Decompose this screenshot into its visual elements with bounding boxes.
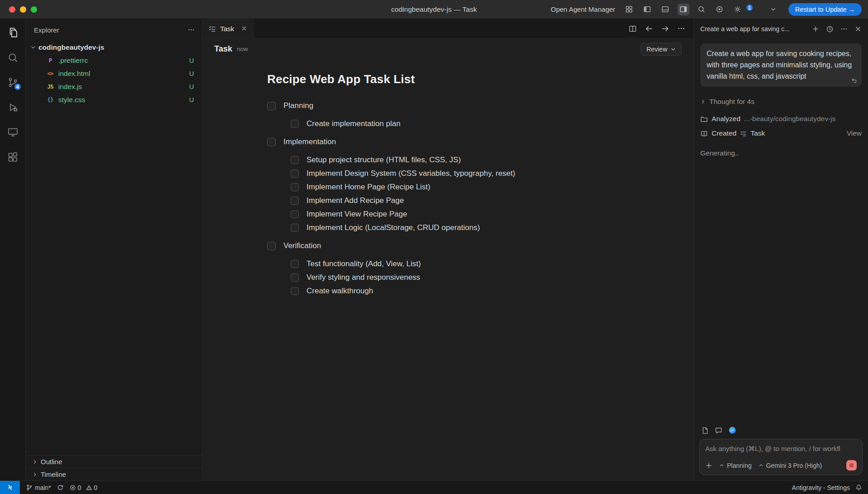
task-label: Verify styling and responsiveness bbox=[307, 273, 420, 282]
checkbox-icon[interactable] bbox=[291, 169, 299, 178]
task-item: Implement Logic (LocalStorage, CRUD oper… bbox=[291, 221, 629, 235]
agent-input[interactable] bbox=[705, 445, 857, 452]
checkbox-icon[interactable] bbox=[291, 210, 299, 218]
open-book-icon bbox=[700, 130, 708, 137]
add-context-icon[interactable] bbox=[705, 462, 712, 469]
model-selector[interactable]: Gemini 3 Pro (High) bbox=[759, 462, 822, 469]
git-branch-indicator[interactable]: main* bbox=[26, 484, 51, 491]
html-file-icon: <> bbox=[46, 70, 55, 77]
conversation-title[interactable]: Create a web app for saving c... bbox=[700, 25, 805, 33]
zoom-window-button[interactable] bbox=[31, 6, 37, 13]
split-editor-icon[interactable] bbox=[628, 24, 637, 33]
review-button[interactable]: Review bbox=[641, 43, 682, 56]
activity-bar: 4 bbox=[0, 19, 26, 480]
explorer-icon[interactable] bbox=[6, 26, 19, 39]
checkbox-icon[interactable] bbox=[267, 138, 276, 146]
more-actions-icon[interactable] bbox=[188, 26, 195, 33]
sidebar-title: Explorer bbox=[34, 26, 59, 34]
outline-section[interactable]: Outline bbox=[26, 455, 202, 468]
outline-label: Outline bbox=[41, 458, 62, 466]
task-item: Implement Add Recipe Page bbox=[291, 194, 629, 207]
new-conversation-icon[interactable] bbox=[812, 25, 819, 33]
remote-indicator[interactable] bbox=[0, 481, 20, 494]
model-label: Gemini 3 Pro (High) bbox=[766, 462, 822, 469]
problems-indicator[interactable]: 0 0 bbox=[70, 484, 100, 491]
thought-row[interactable]: Thought for 4s bbox=[700, 98, 862, 106]
close-icon[interactable] bbox=[241, 25, 247, 32]
mode-selector[interactable]: Planning bbox=[719, 462, 752, 469]
stop-icon bbox=[849, 463, 854, 467]
git-status-badge: U bbox=[189, 83, 194, 90]
close-icon[interactable] bbox=[854, 25, 862, 33]
task-item: Planning bbox=[267, 99, 629, 113]
gear-icon[interactable] bbox=[732, 4, 744, 15]
settings-status-label[interactable]: Antigravity - Settings bbox=[792, 484, 850, 491]
chevron-down-icon[interactable] bbox=[768, 4, 779, 15]
checkbox-icon[interactable] bbox=[291, 120, 299, 128]
task-item: Create implementation plan bbox=[291, 117, 629, 131]
timeline-section[interactable]: Timeline bbox=[26, 468, 202, 480]
file-row-index-html[interactable]: <> index.html U bbox=[26, 67, 202, 80]
checkbox-icon[interactable] bbox=[291, 287, 299, 295]
created-row[interactable]: Created Task View bbox=[700, 129, 862, 137]
checkbox-icon[interactable] bbox=[291, 260, 299, 268]
more-actions-icon[interactable] bbox=[840, 25, 848, 33]
comment-icon[interactable] bbox=[715, 427, 722, 434]
tab-label: Task bbox=[220, 25, 234, 33]
agent-grid-icon[interactable] bbox=[623, 4, 635, 15]
analyzed-row[interactable]: Analyzed ...-beauty/codingbeautydev-js bbox=[700, 115, 862, 123]
chevron-right-icon bbox=[32, 459, 38, 465]
root-folder-name: codingbeautydev-js bbox=[38, 43, 104, 52]
browser-icon[interactable] bbox=[714, 4, 726, 15]
task-label: Implement Logic (LocalStorage, CRUD oper… bbox=[307, 223, 480, 232]
layout-sidebar-left-icon[interactable] bbox=[642, 4, 653, 15]
task-label: Implement Design System (CSS variables, … bbox=[307, 169, 515, 178]
search-icon[interactable] bbox=[696, 4, 708, 15]
created-label: Created bbox=[712, 129, 736, 137]
navigate-back-icon[interactable] bbox=[645, 24, 653, 33]
task-label: Verification bbox=[283, 241, 321, 250]
root-folder-row[interactable]: codingbeautydev-js bbox=[26, 41, 202, 54]
extensions-icon[interactable] bbox=[6, 151, 19, 164]
stop-button[interactable] bbox=[846, 460, 857, 470]
task-label: Create implementation plan bbox=[307, 119, 401, 128]
user-avatar[interactable]: 1 bbox=[750, 4, 761, 15]
view-link[interactable]: View bbox=[847, 129, 862, 137]
file-row-prettierrc[interactable]: P .prettierrc U bbox=[26, 54, 202, 67]
history-icon[interactable] bbox=[826, 25, 834, 33]
more-actions-icon[interactable] bbox=[677, 24, 685, 33]
file-icon[interactable] bbox=[701, 427, 709, 434]
checkbox-icon[interactable] bbox=[291, 273, 299, 282]
agent-panel-header: Create a web app for saving c... bbox=[694, 19, 868, 39]
search-icon[interactable] bbox=[6, 51, 19, 64]
agent-logo-icon[interactable] bbox=[728, 426, 736, 434]
task-label: Implementation bbox=[283, 137, 336, 146]
bell-icon[interactable] bbox=[855, 484, 862, 491]
checkbox-icon[interactable] bbox=[267, 242, 276, 250]
checkbox-icon[interactable] bbox=[291, 197, 299, 205]
layout-panel-bottom-icon[interactable] bbox=[660, 4, 671, 15]
sync-changes-button[interactable] bbox=[57, 484, 64, 491]
open-agent-manager-button[interactable]: Open Agent Manager bbox=[551, 5, 615, 13]
remote-explorer-icon[interactable] bbox=[6, 126, 19, 139]
file-row-style-css[interactable]: {} style.css U bbox=[26, 93, 202, 106]
source-control-icon[interactable]: 4 bbox=[6, 76, 19, 89]
close-window-button[interactable] bbox=[9, 6, 15, 13]
checkbox-icon[interactable] bbox=[291, 224, 299, 232]
restart-to-update-button[interactable]: Restart to Update → bbox=[788, 3, 862, 16]
file-row-index-js[interactable]: JS index.js U bbox=[26, 80, 202, 93]
checkbox-icon[interactable] bbox=[291, 156, 299, 164]
chevron-down-icon bbox=[30, 44, 36, 50]
minimize-window-button[interactable] bbox=[20, 6, 26, 13]
avatar-badge: 1 bbox=[746, 5, 753, 11]
undo-icon[interactable] bbox=[850, 77, 857, 84]
tab-task[interactable]: Task bbox=[203, 19, 254, 38]
checkbox-icon[interactable] bbox=[291, 183, 299, 191]
layout-sidebar-right-icon[interactable] bbox=[678, 4, 689, 15]
file-name: index.html bbox=[58, 70, 186, 78]
window-title: codingbeautydev-js — Task bbox=[391, 5, 476, 14]
navigate-forward-icon[interactable] bbox=[661, 24, 670, 33]
timeline-label: Timeline bbox=[41, 470, 66, 478]
checkbox-icon[interactable] bbox=[267, 102, 276, 110]
run-debug-icon[interactable] bbox=[6, 101, 19, 114]
